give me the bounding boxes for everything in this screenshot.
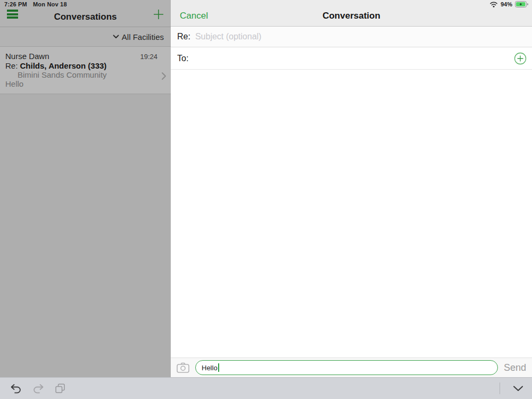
paste-button[interactable]	[55, 384, 65, 394]
subject-row: Re:	[171, 27, 532, 47]
message-bar: Hello Send	[171, 358, 532, 377]
redo-button[interactable]	[32, 384, 44, 394]
chevron-down-icon	[513, 386, 523, 392]
status-bar-left: 7:26 PMMon Nov 18	[4, 1, 73, 7]
camera-button[interactable]	[177, 362, 189, 373]
conversation-list-item[interactable]: Nurse Dawn 19:24 Re: Childs, Anderson (3…	[0, 47, 171, 94]
message-input-value: Hello	[202, 364, 218, 372]
hamburger-menu-icon[interactable]	[7, 10, 18, 19]
conversations-sidebar: 7:26 PMMon Nov 18 Conversations All Faci…	[0, 0, 171, 377]
conversation-time: 19:24	[140, 52, 157, 61]
facilities-filter[interactable]: All Facilities	[0, 27, 171, 47]
wifi-icon	[489, 1, 498, 7]
paste-icon	[55, 384, 65, 394]
facilities-filter-label: All Facilities	[122, 32, 164, 41]
battery-charging-icon	[515, 1, 528, 7]
compose-title: Conversation	[171, 11, 532, 21]
conversation-facility: Bimini Sands Community	[5, 70, 165, 79]
to-row[interactable]: To:	[171, 47, 532, 70]
sidebar-title: Conversations	[0, 12, 171, 22]
to-label: To:	[177, 54, 188, 63]
add-recipient-button[interactable]	[514, 52, 527, 65]
send-button[interactable]: Send	[504, 362, 526, 373]
camera-icon	[177, 362, 189, 373]
conversation-sender: Nurse Dawn	[5, 52, 49, 61]
keyboard-accessory-bar	[0, 377, 532, 399]
compose-header: 94% Cancel Conversation	[171, 0, 532, 27]
conversation-subject: Childs, Anderson (333)	[20, 61, 107, 70]
battery-percent: 94%	[501, 1, 512, 7]
accessory-separator	[500, 383, 500, 394]
new-conversation-plus-icon[interactable]	[153, 9, 164, 20]
text-caret	[218, 363, 219, 372]
status-bar-right: 94%	[489, 1, 528, 7]
sidebar-navbar: Conversations	[0, 7, 171, 27]
redo-icon	[32, 384, 44, 394]
chevron-down-icon	[113, 35, 119, 39]
subject-input[interactable]	[195, 32, 526, 41]
subject-label: Re:	[177, 32, 190, 41]
dismiss-keyboard-button[interactable]	[513, 386, 523, 392]
plus-circle-icon	[514, 52, 527, 65]
undo-icon	[10, 384, 22, 394]
undo-button[interactable]	[10, 384, 22, 394]
chevron-right-icon	[162, 72, 166, 80]
status-date: Mon Nov 18	[33, 1, 67, 7]
conversation-subject-prefix: Re:	[5, 61, 18, 70]
compose-body	[171, 70, 532, 358]
status-time: 7:26 PM	[4, 1, 27, 7]
app-screen: 7:26 PMMon Nov 18 Conversations All Faci…	[0, 0, 532, 399]
conversation-preview: Hello	[5, 79, 165, 88]
sidebar-header: 7:26 PMMon Nov 18 Conversations	[0, 0, 171, 27]
message-input[interactable]: Hello	[195, 360, 498, 375]
compose-panel: 94% Cancel Conversation Re: To:	[171, 0, 532, 377]
